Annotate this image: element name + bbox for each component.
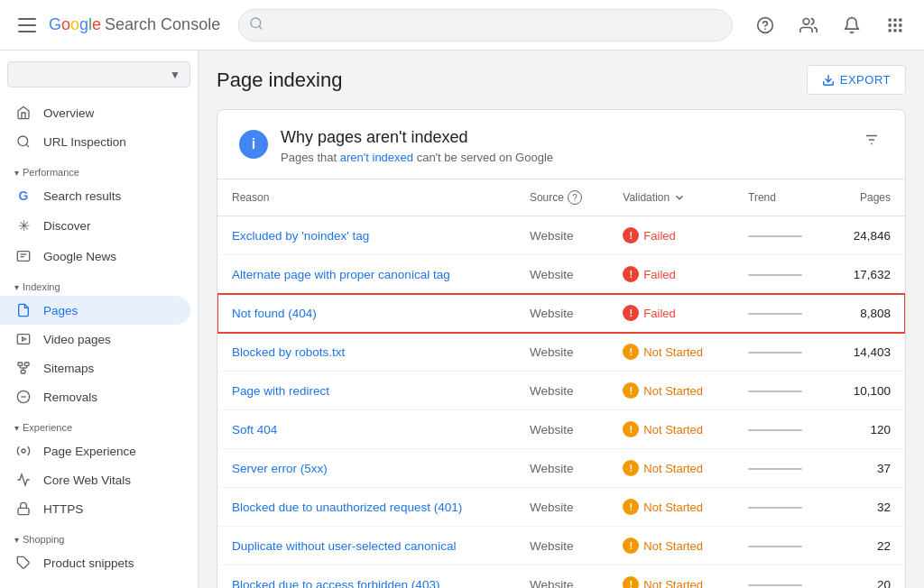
sidebar-item-label: URL Inspection [43,135,126,149]
notifications-icon[interactable] [837,11,866,40]
source-help-icon[interactable]: ? [568,190,582,205]
pages-cell: 37 [829,449,905,488]
filter-icon[interactable] [860,128,883,156]
card-title: Why pages aren't indexed [281,128,553,147]
sidebar-item-overview[interactable]: Overview [0,98,190,127]
pages-cell: 10,100 [829,372,905,410]
table-row: Page with redirectWebsite ! Not Started … [217,372,905,410]
menu-button[interactable] [14,14,40,36]
source-cell: Website [515,294,608,333]
svg-rect-12 [893,29,896,32]
reason-cell: Page with redirect [217,372,515,410]
svg-marker-20 [23,337,26,341]
reason-link[interactable]: Page with redirect [232,384,329,398]
apps-icon[interactable] [881,11,910,40]
search-bar [238,9,733,41]
source-cell: Website [515,216,608,255]
pages-cell: 22 [829,527,905,565]
sidebar-item-url-inspection[interactable]: URL Inspection [0,127,190,156]
reason-link[interactable]: Soft 404 [232,423,277,436]
source-cell: Website [515,255,608,294]
table-row: Server error (5xx)Website ! Not Started … [217,449,905,488]
discover-icon: ✳ [14,217,32,234]
property-selector[interactable]: ▼ [7,61,190,87]
card-header-left: i Why pages aren't indexed Pages that ar… [239,128,553,164]
validation-label: Failed [643,307,675,320]
topbar-right [751,11,910,40]
reason-cell: Excluded by 'noindex' tag [217,216,515,255]
logo-product-name: Search Console [105,15,220,34]
sidebar-item-discover[interactable]: ✳ Discover [0,210,190,242]
sidebar-item-removals[interactable]: Removals [0,382,190,411]
removals-icon [14,390,32,404]
sidebar-item-https[interactable]: HTTPS [0,494,190,523]
validation-cell: ! Failed [608,216,734,255]
reason-link[interactable]: Excluded by 'noindex' tag [232,229,369,243]
reason-link[interactable]: Duplicate without user-selected canonica… [232,539,456,553]
trend-line [748,584,802,586]
trend-line [748,313,802,315]
section-performance: ▾ Performance [0,156,198,181]
page-header: Page indexing EXPORT [217,65,906,95]
sidebar-item-pages[interactable]: Pages [0,296,190,325]
trend-line [748,352,802,354]
https-icon [14,501,32,516]
accounts-icon[interactable] [794,11,823,40]
reason-link[interactable]: Not found (404) [232,307,317,320]
trend-cell [734,216,829,255]
validation-icon: ! [623,576,639,588]
sidebar-item-product-snippets[interactable]: Product snippets [0,548,190,577]
reason-link[interactable]: Alternate page with proper canonical tag [232,268,450,281]
col-reason: Reason [217,179,515,216]
validation-cell: ! Not Started [608,333,734,372]
svg-rect-19 [17,335,29,345]
trend-line [748,390,802,392]
sidebar-item-google-news[interactable]: Google News [0,242,190,271]
export-button[interactable]: EXPORT [807,65,906,95]
reason-link[interactable]: Blocked due to access forbidden (403) [232,578,439,589]
validation-cell: ! Not Started [608,565,734,589]
trend-line [748,546,802,547]
validation-label: Not Started [643,578,703,589]
section-experience: ▾ Experience [0,411,198,436]
info-circle-icon: i [239,130,268,159]
svg-rect-13 [899,29,901,32]
source-cell: Website [515,449,608,488]
section-shopping: ▾ Shopping [0,523,198,548]
validation-icon: ! [623,227,639,243]
trend-cell [734,565,829,589]
table-row: Alternate page with proper canonical tag… [217,255,905,294]
svg-rect-31 [18,508,29,514]
reason-link[interactable]: Server error (5xx) [232,462,328,475]
sidebar-item-search-results[interactable]: G Search results [0,181,190,210]
sidebar-item-sitemaps[interactable]: Sitemaps [0,354,190,382]
validation-label: Not Started [643,423,703,436]
validation-label: Not Started [643,462,703,475]
validation-label: Failed [643,268,675,281]
reason-link[interactable]: Blocked by robots.txt [232,345,345,359]
help-icon[interactable] [751,11,780,40]
reason-link[interactable]: Blocked due to unauthorized request (401… [232,501,462,514]
svg-line-1 [259,26,262,29]
trend-line [748,507,802,509]
validation-cell: ! Not Started [608,449,734,488]
sidebar-item-label: Removals [43,390,97,404]
table-row: Soft 404Website ! Not Started 120 [217,410,905,449]
chevron-down-icon: ▼ [170,69,180,81]
col-validation[interactable]: Validation [608,179,734,216]
not-indexed-link[interactable]: aren't indexed [340,151,413,164]
trend-line [748,468,802,470]
validation-cell: ! Not Started [608,410,734,449]
sidebar-item-video-pages[interactable]: Video pages [0,325,190,354]
validation-icon: ! [623,421,639,437]
page-title: Page indexing [217,69,342,92]
search-input[interactable] [238,9,733,41]
source-cell: Website [515,565,608,589]
validation-label: Not Started [643,345,703,359]
sidebar-item-core-web-vitals[interactable]: Core Web Vitals [0,465,190,494]
sidebar-item-page-experience[interactable]: Page Experience [0,436,190,465]
sidebar-item-label: Sitemaps [43,362,94,375]
validation-icon: ! [623,382,639,399]
validation-label: Not Started [643,384,703,398]
validation-label: Failed [643,229,675,243]
